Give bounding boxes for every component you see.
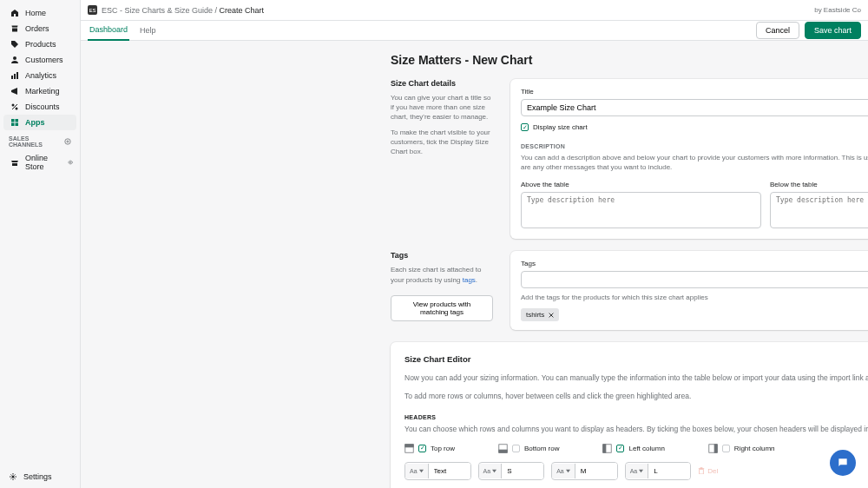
cell-0: Aa <box>404 462 471 480</box>
nav-analytics[interactable]: Analytics <box>3 68 76 83</box>
svg-rect-8 <box>11 123 15 127</box>
svg-rect-3 <box>16 72 18 79</box>
title-input[interactable] <box>521 99 868 116</box>
editor-text-1: Now you can add your sizing information.… <box>404 373 868 384</box>
page-title: Size Matters - New Chart <box>391 53 868 67</box>
nav-apps[interactable]: Apps <box>3 115 76 130</box>
cell-align-0[interactable]: Aa <box>405 464 429 478</box>
chevron-down-icon <box>566 469 570 473</box>
cancel-button[interactable]: Cancel <box>756 22 799 39</box>
nav-online-store[interactable]: Online Store <box>3 150 64 175</box>
view-store-icon[interactable] <box>68 159 73 166</box>
store-icon <box>10 158 19 167</box>
tags-link[interactable]: tags <box>463 276 476 284</box>
tab-help[interactable]: Help <box>138 21 158 40</box>
opt-left-col: ✓ Left column <box>602 444 664 453</box>
remove-tag-icon[interactable] <box>549 313 554 318</box>
right-col-checkbox[interactable] <box>722 445 730 452</box>
above-textarea[interactable] <box>521 192 761 228</box>
byline: by Eastside Co <box>814 6 861 14</box>
right-col-icon <box>708 444 718 453</box>
svg-rect-14 <box>405 444 413 446</box>
tab-dashboard[interactable]: Dashboard <box>88 20 129 41</box>
display-chart-checkbox[interactable]: ✓ <box>521 123 529 131</box>
chevron-down-icon <box>639 469 643 473</box>
cell-input-3[interactable] <box>648 463 690 479</box>
chevron-down-icon <box>419 469 424 473</box>
apps-icon <box>10 118 19 127</box>
svg-rect-2 <box>14 74 16 79</box>
customers-icon <box>10 56 19 64</box>
subheader: Dashboard Help Cancel Save chart <box>81 21 868 41</box>
chevron-down-icon <box>492 469 496 473</box>
svg-rect-1 <box>11 76 13 79</box>
svg-rect-7 <box>16 119 19 122</box>
headers-title: HEADERS <box>404 414 868 420</box>
opt-right-col: Right column <box>708 444 775 453</box>
cell-3: Aa <box>625 462 692 480</box>
svg-point-11 <box>69 162 71 163</box>
nav-customers[interactable]: Customers <box>3 52 76 68</box>
analytics-icon <box>10 71 19 80</box>
cell-1: Aa <box>478 462 545 480</box>
below-label: Below the table <box>770 181 868 188</box>
trash-icon <box>698 467 705 474</box>
editor-heading: Size Chart Editor <box>404 354 471 364</box>
details-help: Size Chart details You can give your cha… <box>391 79 493 239</box>
cell-align-2[interactable]: Aa <box>552 464 575 478</box>
add-channel-icon[interactable] <box>64 138 71 145</box>
editor-card: Size Chart Editor Import Export Now you … <box>391 342 868 488</box>
cell-2: Aa <box>551 462 618 480</box>
tags-help: Tags Each size chart is attached to your… <box>391 251 493 330</box>
marketing-icon <box>10 87 19 96</box>
display-chart-label: Display size chart <box>533 123 588 131</box>
tags-input[interactable] <box>521 271 868 288</box>
discounts-icon <box>10 102 19 111</box>
chat-button[interactable] <box>830 450 856 476</box>
nav-discounts[interactable]: Discounts <box>3 99 76 115</box>
nav-marketing[interactable]: Marketing <box>3 83 76 99</box>
breadcrumb: ESC - Size Charts & Size Guide / Create … <box>102 6 264 15</box>
save-chart-button[interactable]: Save chart <box>805 22 861 39</box>
view-products-button[interactable]: View products with matching tags <box>391 295 493 321</box>
opt-bottom-row: Bottom row <box>498 444 559 453</box>
opt-top-row: ✓ Top row <box>404 444 455 453</box>
products-icon <box>10 40 19 49</box>
svg-rect-6 <box>11 119 15 122</box>
svg-rect-20 <box>714 444 717 452</box>
top-row-checkbox[interactable]: ✓ <box>418 445 426 452</box>
svg-rect-16 <box>499 450 507 452</box>
tags-card: Tags Add the tags for the products for w… <box>510 251 868 330</box>
bottom-row-checkbox[interactable] <box>512 445 520 452</box>
nav-orders[interactable]: Orders <box>3 21 76 36</box>
cell-align-3[interactable]: Aa <box>626 464 649 478</box>
cell-input-2[interactable] <box>575 463 617 479</box>
nav-products[interactable]: Products <box>3 36 76 52</box>
left-col-checkbox[interactable]: ✓ <box>616 445 624 452</box>
cell-align-1[interactable]: Aa <box>479 464 503 478</box>
editor-text-2: To add more rows or columns, hover betwe… <box>404 391 868 402</box>
top-row-icon <box>404 444 414 453</box>
settings-icon <box>9 472 17 481</box>
description-help: You can add a description above and belo… <box>521 153 868 172</box>
below-textarea[interactable] <box>770 192 868 228</box>
content: Size Matters - New Chart Size Chart deta… <box>81 41 868 488</box>
above-label: Above the table <box>521 181 761 188</box>
details-card: Title ✓ Display size chart DESCRIPTION Y… <box>510 79 868 239</box>
cell-input-1[interactable] <box>502 463 543 479</box>
sales-channels-header: SALES CHANNELS <box>0 130 80 150</box>
tags-label: Tags <box>521 260 868 267</box>
svg-rect-18 <box>603 444 606 452</box>
left-col-icon <box>602 444 612 453</box>
orders-icon <box>10 24 19 33</box>
tag-chip-tshirts: tshirts <box>521 308 559 321</box>
description-header: DESCRIPTION <box>521 143 868 149</box>
nav-home[interactable]: Home <box>3 5 76 21</box>
cell-input-0[interactable] <box>429 463 470 479</box>
svg-rect-9 <box>16 123 19 127</box>
table-row: Aa Aa Aa Aa <box>404 462 868 480</box>
nav-settings[interactable]: Settings <box>0 465 80 488</box>
svg-point-0 <box>13 56 16 60</box>
delete-row[interactable]: Del <box>698 467 718 475</box>
home-icon <box>10 9 19 17</box>
